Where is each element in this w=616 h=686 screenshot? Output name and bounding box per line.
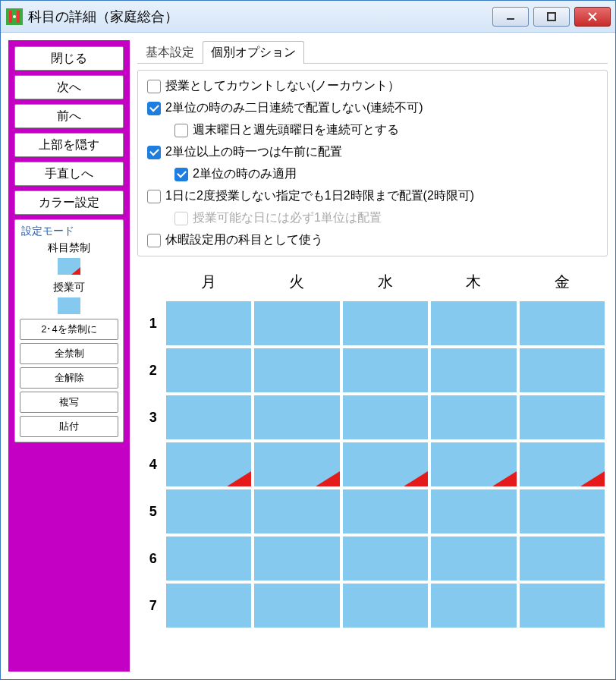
- schedule-corner: [140, 270, 163, 298]
- schedule-grid: 月火水木金1234567: [137, 267, 608, 631]
- day-header-水: 水: [343, 270, 428, 298]
- mode-allowed-swatch: [58, 297, 80, 314]
- cell-金-6[interactable]: [520, 537, 605, 581]
- cell-木-6[interactable]: [431, 537, 516, 581]
- svg-rect-5: [548, 13, 555, 20]
- day-header-金: 金: [520, 270, 605, 298]
- cell-金-5[interactable]: [520, 489, 605, 533]
- checkbox-one-morning[interactable]: [147, 146, 161, 159]
- minimize-button[interactable]: [492, 7, 529, 27]
- cell-月-5[interactable]: [166, 489, 251, 533]
- mode-forbidden[interactable]: 科目禁制: [20, 241, 118, 275]
- opt-use-as-holiday-label: 休暇設定用の科目として使う: [165, 232, 323, 248]
- forbid-24-button[interactable]: 2･4を禁制に: [20, 319, 118, 340]
- cell-木-7[interactable]: [431, 584, 516, 628]
- cell-月-3[interactable]: [166, 395, 251, 439]
- svg-point-3: [13, 15, 16, 18]
- close-button[interactable]: [574, 7, 611, 27]
- cell-火-1[interactable]: [254, 301, 339, 345]
- cell-木-3[interactable]: [431, 395, 516, 439]
- checkbox-allow-weekend[interactable]: [174, 124, 188, 137]
- option-group: 授業としてカウントしない(ノーカウント） 2単位の時のみ二日連続で配置しない(連…: [137, 70, 608, 256]
- paste-button[interactable]: 貼付: [20, 416, 118, 437]
- cell-水-7[interactable]: [343, 584, 428, 628]
- day-header-木: 木: [431, 270, 516, 298]
- day-header-月: 月: [166, 270, 251, 298]
- mode-panel-legend: 設定モード: [21, 225, 118, 238]
- mode-panel: 設定モード 科目禁制 授業可 2･4を禁制に 全禁制 全解除 複写 貼付: [14, 219, 124, 442]
- app-icon: [5, 8, 24, 26]
- opt-allow-weekend[interactable]: 週末曜日と週先頭曜日を連続可とする: [174, 122, 598, 138]
- mode-allowed-label: 授業可: [53, 281, 85, 294]
- hide-top-button[interactable]: 上部を隠す: [14, 133, 124, 157]
- period-label-1: 1: [140, 301, 163, 345]
- opt-one-morning[interactable]: 2単位以上の時一つは午前に配置: [147, 144, 598, 160]
- opt-no-count[interactable]: 授業としてカウントしない(ノーカウント）: [147, 78, 598, 94]
- cell-金-1[interactable]: [520, 301, 605, 345]
- opt-no-consecutive[interactable]: 2単位の時のみ二日連続で配置しない(連続不可): [147, 100, 598, 116]
- day-header-火: 火: [254, 270, 339, 298]
- cell-火-3[interactable]: [254, 395, 339, 439]
- prev-button[interactable]: 前へ: [14, 104, 124, 128]
- opt-must-one-label: 授業可能な日には必ず1単位は配置: [193, 210, 382, 226]
- period-label-7: 7: [140, 584, 163, 628]
- cell-金-2[interactable]: [520, 348, 605, 392]
- cell-水-2[interactable]: [343, 348, 428, 392]
- cell-水-4[interactable]: [343, 442, 428, 486]
- color-setting-button[interactable]: カラー設定: [14, 190, 124, 215]
- period-label-4: 4: [140, 442, 163, 486]
- checkbox-allow-2per-day[interactable]: [147, 190, 161, 203]
- opt-no-count-label: 授業としてカウントしない(ノーカウント）: [165, 78, 400, 94]
- cell-火-2[interactable]: [254, 348, 339, 392]
- cell-月-2[interactable]: [166, 348, 251, 392]
- cell-火-7[interactable]: [254, 584, 339, 628]
- titlebar: 科目の詳細（家庭総合）: [1, 1, 615, 33]
- opt-must-one: 授業可能な日には必ず1単位は配置: [174, 210, 598, 226]
- svg-rect-2: [17, 11, 20, 23]
- checkbox-only-2units[interactable]: [174, 168, 188, 181]
- mode-forbidden-label: 科目禁制: [48, 241, 90, 255]
- opt-allow-weekend-label: 週末曜日と週先頭曜日を連続可とする: [193, 122, 399, 138]
- to-manual-button[interactable]: 手直しへ: [14, 162, 124, 186]
- cell-月-4[interactable]: [166, 442, 251, 486]
- cell-水-3[interactable]: [343, 395, 428, 439]
- checkbox-no-count[interactable]: [147, 80, 161, 93]
- cell-火-4[interactable]: [254, 442, 339, 486]
- opt-only-2units[interactable]: 2単位の時のみ適用: [174, 166, 598, 182]
- mode-allowed[interactable]: 授業可: [20, 281, 118, 314]
- window-title: 科目の詳細（家庭総合）: [28, 8, 492, 26]
- cell-水-6[interactable]: [343, 537, 428, 581]
- cell-火-5[interactable]: [254, 489, 339, 533]
- maximize-button[interactable]: [533, 7, 570, 27]
- forbid-all-button[interactable]: 全禁制: [20, 343, 118, 364]
- cell-木-4[interactable]: [431, 442, 516, 486]
- opt-use-as-holiday[interactable]: 休暇設定用の科目として使う: [147, 232, 598, 248]
- cell-水-1[interactable]: [343, 301, 428, 345]
- cell-木-5[interactable]: [431, 489, 516, 533]
- opt-allow-2per-day[interactable]: 1日に2度授業しない指定でも1日2時限まで配置(2時限可): [147, 188, 598, 204]
- cell-金-7[interactable]: [520, 584, 605, 628]
- clear-all-button[interactable]: 全解除: [20, 367, 118, 389]
- cell-木-1[interactable]: [431, 301, 516, 345]
- cell-金-4[interactable]: [520, 442, 605, 486]
- tab-individual[interactable]: 個別オプション: [203, 41, 304, 64]
- close-panel-button[interactable]: 閉じる: [14, 46, 124, 71]
- period-label-2: 2: [140, 348, 163, 392]
- cell-水-5[interactable]: [343, 489, 428, 533]
- next-button[interactable]: 次へ: [14, 75, 124, 99]
- checkbox-no-consecutive[interactable]: [147, 102, 161, 115]
- cell-金-3[interactable]: [520, 395, 605, 439]
- cell-月-6[interactable]: [166, 537, 251, 581]
- opt-no-consecutive-label: 2単位の時のみ二日連続で配置しない(連続不可): [165, 100, 423, 116]
- opt-one-morning-label: 2単位以上の時一つは午前に配置: [165, 144, 342, 160]
- period-label-5: 5: [140, 489, 163, 533]
- copy-button[interactable]: 複写: [20, 392, 118, 413]
- mode-forbidden-swatch: [58, 258, 80, 275]
- cell-月-7[interactable]: [166, 584, 251, 628]
- tab-basic[interactable]: 基本設定: [137, 41, 203, 64]
- cell-月-1[interactable]: [166, 301, 251, 345]
- cell-木-2[interactable]: [431, 348, 516, 392]
- checkbox-use-as-holiday[interactable]: [147, 234, 161, 247]
- cell-火-6[interactable]: [254, 537, 339, 581]
- tab-bar: 基本設定 個別オプション: [137, 40, 608, 64]
